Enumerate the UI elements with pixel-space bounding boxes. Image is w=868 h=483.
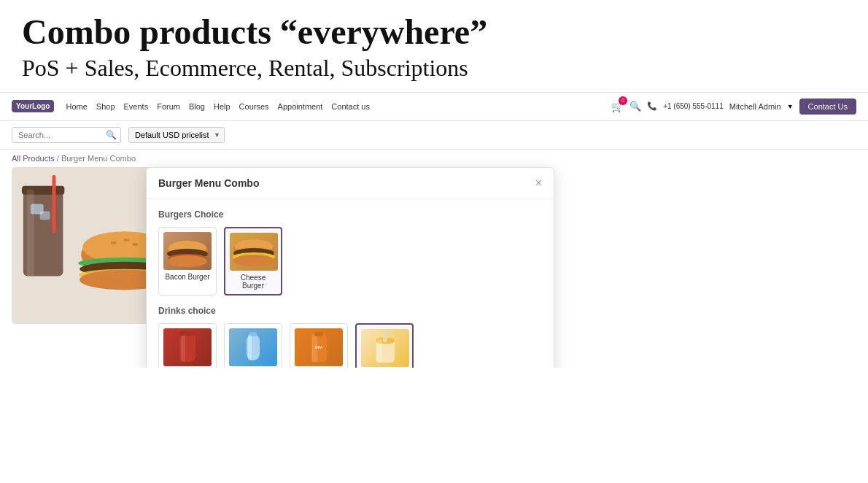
bacon-burger-image (163, 232, 212, 270)
navbar: YourLogo Home Shop Events Forum Blog Hel… (0, 92, 868, 121)
nav-forum[interactable]: Forum (157, 102, 180, 111)
nav-icons: 🛒 0 🔍 📞 +1 (650) 555-0111 Mitchell Admin… (611, 98, 856, 115)
hero-section: Combo products “everywhere” PoS + Sales,… (0, 0, 868, 92)
search-icon[interactable]: 🔍 (629, 101, 641, 112)
search-input[interactable] (12, 127, 121, 143)
cheese-burger-image (230, 233, 278, 271)
nav-home[interactable]: Home (66, 102, 87, 111)
phone-icon: 📞 (647, 101, 657, 111)
admin-menu[interactable]: Mitchell Admin (729, 102, 781, 111)
svg-rect-38 (314, 332, 323, 336)
product-area: Burger Menu Combo $ 10.00 ... Product de… (0, 167, 868, 368)
svg-point-24 (168, 255, 207, 267)
nav-courses[interactable]: Courses (239, 102, 269, 111)
svg-text:MM: MM (315, 345, 322, 349)
breadcrumb-all-products[interactable]: All Products (12, 154, 55, 163)
modal-header: Burger Menu Combo × (147, 168, 554, 199)
svg-point-11 (132, 243, 138, 246)
minute-maid-image: MM (295, 328, 343, 366)
cheese-burger-option[interactable]: Cheese Burger (224, 227, 282, 295)
drinks-options: Coca-Cola Water (158, 323, 542, 368)
nav-contact[interactable]: Contact us (331, 102, 370, 111)
combo-modal: Burger Menu Combo × Burgers Choice (146, 167, 554, 368)
modal-close-button[interactable]: × (535, 177, 542, 190)
drinks-section-label: Drinks choice (158, 306, 542, 316)
hero-title: Combo products “everywhere” (22, 13, 846, 52)
search-submit-button[interactable]: 🔍 (106, 130, 117, 140)
svg-rect-6 (40, 211, 50, 220)
cola-image (163, 328, 212, 366)
hero-subtitle: PoS + Sales, Ecommerce, Rental, Subscrip… (22, 52, 846, 85)
burgers-section-label: Burgers Choice (158, 209, 542, 220)
contact-us-button[interactable]: Contact Us (799, 98, 856, 115)
breadcrumb: All Products / Burger Menu Combo (0, 150, 868, 167)
pricelist-select[interactable]: Default USD pricelist (128, 127, 225, 143)
search-wrapper: 🔍 (12, 127, 121, 143)
nav-blog[interactable]: Blog (189, 102, 205, 111)
modal-body: Burgers Choice Bacon Burger (147, 199, 554, 368)
logo[interactable]: YourLogo (12, 100, 54, 112)
svg-rect-31 (181, 333, 185, 362)
breadcrumb-separator: / (57, 154, 59, 163)
burgers-options: Bacon Burger Cheese Burger (158, 227, 542, 295)
pricelist-wrapper: Default USD pricelist ▼ (128, 127, 225, 143)
water-option[interactable]: Water (224, 323, 282, 368)
milkshake-image (361, 329, 409, 367)
nav-shop[interactable]: Shop (96, 102, 115, 111)
nav-appointment[interactable]: Appointment (278, 102, 323, 111)
svg-point-29 (233, 255, 274, 266)
minute-maid-option[interactable]: MM Minute Maid (290, 323, 348, 368)
svg-rect-43 (377, 339, 382, 363)
cheese-burger-label: Cheese Burger (230, 274, 276, 290)
svg-rect-3 (27, 189, 34, 276)
cart-button[interactable]: 🛒 0 (611, 100, 624, 113)
water-image (229, 328, 277, 366)
svg-rect-4 (53, 175, 56, 233)
breadcrumb-current: Burger Menu Combo (61, 154, 136, 163)
svg-rect-35 (249, 332, 257, 336)
bacon-burger-label: Bacon Burger (163, 273, 212, 281)
svg-point-10 (124, 239, 130, 242)
search-bar: 🔍 Default USD pricelist ▼ (0, 121, 868, 150)
modal-title: Burger Menu Combo (158, 177, 259, 189)
cart-badge: 0 (619, 96, 627, 105)
svg-rect-32 (179, 331, 195, 336)
milkshake-option[interactable]: Milkshake Banana $ 2.30 (355, 323, 414, 368)
svg-point-9 (111, 242, 117, 244)
phone-number: +1 (650) 555-0111 (663, 102, 724, 110)
bacon-burger-option[interactable]: Bacon Burger (158, 227, 217, 295)
nav-events[interactable]: Events (124, 102, 149, 111)
nav-help[interactable]: Help (214, 102, 230, 111)
svg-rect-34 (248, 334, 252, 360)
svg-rect-42 (383, 331, 387, 342)
coca-cola-option[interactable]: Coca-Cola (158, 323, 217, 368)
nav-links: Home Shop Events Forum Blog Help Courses… (66, 102, 604, 111)
